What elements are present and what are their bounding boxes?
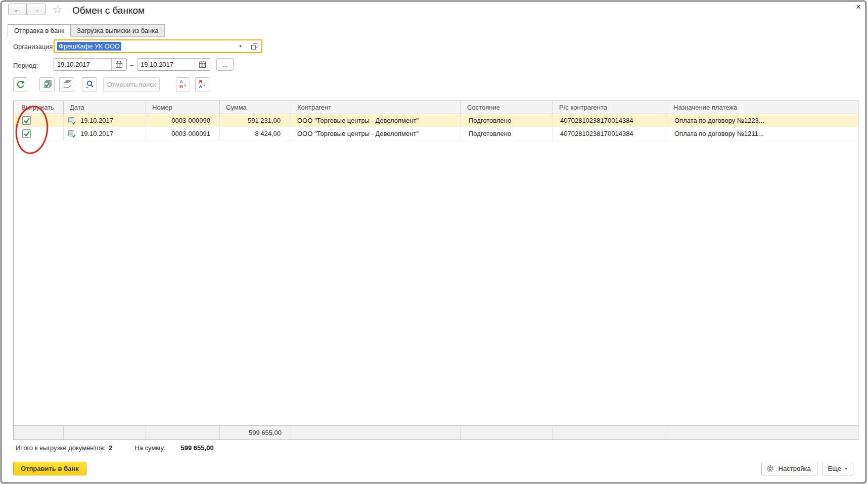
cell-counterparty: ООО "Торговые центры - Девелопмент" [291,127,461,140]
check-all-icon [42,79,53,89]
organization-value[interactable]: ФрешКафе УК ООО [55,40,234,52]
tab-send-to-bank[interactable]: Отправка в банк [8,24,71,37]
column-header-purpose[interactable]: Назначение платежа [667,101,858,114]
sort-descending-button[interactable]: Я А ↓ [195,77,209,91]
gear-icon [766,464,774,473]
cell-export [14,114,64,127]
footer-right-buttons: Настройка Еще ▼ [761,462,853,475]
cancel-search-button[interactable]: Отменить поиск [103,77,160,91]
organization-combobox[interactable]: ФрешКафе УК ООО ▼ [54,39,262,53]
summary-line: Итого к выгрузке документов: 2 На сумму:… [16,444,214,452]
cell-amount: 591 231,00 [220,114,291,127]
tab-bar: Отправка в банк Загрузка выписки из банк… [8,24,165,37]
table-row[interactable]: 19.10.2017 0003-000090 591 231,00 ООО "Т… [14,114,858,127]
uncheck-all-icon [62,79,72,89]
cell-counterparty: ООО "Торговые центры - Девелопмент" [291,114,461,127]
cell-date: 19.10.2017 [64,114,146,127]
organization-label: Организация: [13,43,55,51]
docs-total-label: Итого к выгрузке документов: [16,444,106,452]
checkmark-icon [23,117,30,124]
back-button[interactable]: ← [8,4,27,15]
period-from-value[interactable]: 19.10.2017 [54,59,111,70]
column-header-status[interactable]: Состояние [461,101,553,114]
period-more-button[interactable]: ... [216,58,234,71]
cell-account: 40702810238170014384 [553,114,667,127]
date-value: 19.10.2017 [80,130,113,137]
forward-button[interactable]: → [27,4,45,15]
cell-number: 0003-000090 [146,114,220,127]
cell-purpose: Оплата по договору №1223... [667,114,858,127]
period-to-value[interactable]: 19.10.2017 [138,59,195,70]
bank-exchange-window: ← → ☆ Обмен с банком × Отправка в банк З… [1,1,866,483]
cell-status: Подготовлено [461,114,553,127]
cell-status: Подготовлено [461,127,553,140]
period-dash: – [130,61,133,69]
tab-label: Загрузка выписки из банка [77,27,158,34]
checkmark-icon [23,130,30,137]
docs-total-count: 2 [109,444,112,452]
settings-label: Настройка [779,465,811,472]
row-checkbox-checked[interactable] [22,129,31,138]
sort-ascending-button[interactable]: А Я ↓ [176,77,190,91]
favorite-star-icon[interactable]: ☆ [53,3,63,16]
refresh-icon [16,80,25,89]
cell-purpose: Оплата по договору №1211... [667,127,858,140]
close-icon[interactable]: × [856,3,861,11]
sort-za-icon: Я А ↓ [199,80,206,89]
date-value: 19.10.2017 [80,117,113,124]
table-totals-row: 599 655,00 [14,425,858,440]
cell-number: 0003-000091 [146,127,220,140]
open-in-new-icon[interactable] [247,40,261,52]
column-header-export[interactable]: Выгружать [14,101,64,114]
calendar-icon[interactable] [111,59,126,70]
calendar-icon[interactable] [195,59,210,70]
document-icon [68,130,76,138]
amount-total-label: На сумму: [134,444,165,452]
list-toolbar: Отменить поиск А Я ↓ Я А ↓ [13,77,209,91]
table-header: Выгружать Дата Номер Сумма Контрагент Со… [14,101,858,114]
send-to-bank-button[interactable]: Отправить в банк [13,462,86,475]
column-header-date[interactable]: Дата [64,101,146,114]
set-all-flags-button[interactable] [39,77,55,91]
document-icon [68,117,76,125]
table-empty-area [14,140,858,425]
period-label: Период: [13,62,38,69]
column-header-number[interactable]: Номер [146,101,220,114]
chevron-down-icon[interactable]: ▼ [234,40,247,52]
table-row[interactable]: 19.10.2017 0003-000091 8 424,00 ООО "Тор… [14,127,858,140]
cell-export [14,127,64,140]
cell-account: 40702810238170014384 [553,127,667,140]
cell-amount: 8 424,00 [220,127,291,140]
more-label: Еще [828,465,841,472]
top-bar: ← → ☆ Обмен с банком × [2,2,865,22]
tab-label: Отправка в банк [14,27,64,34]
column-header-account[interactable]: Р/с контрагента [553,101,667,114]
forward-arrow-icon: → [32,5,40,14]
tab-load-statement[interactable]: Загрузка выписки из банка [71,24,165,37]
settings-button[interactable]: Настройка [761,462,817,475]
period-to-field[interactable]: 19.10.2017 [137,58,210,71]
nav-buttons: ← → [8,4,45,15]
back-arrow-icon: ← [14,5,21,14]
period-from-field[interactable]: 19.10.2017 [54,58,127,71]
documents-table: Выгружать Дата Номер Сумма Контрагент Со… [13,101,858,440]
column-header-amount[interactable]: Сумма [220,101,291,114]
chevron-down-icon: ▼ [844,467,848,470]
search-button[interactable] [82,77,97,91]
refresh-button[interactable] [13,77,27,91]
organization-selected-text: ФрешКафе УК ООО [57,42,121,51]
row-checkbox-checked[interactable] [22,116,31,125]
page-title: Обмен с банком [72,5,145,16]
amount-total-value: 599 655,00 [181,444,214,452]
more-button[interactable]: Еще ▼ [823,462,853,475]
clear-all-flags-button[interactable] [59,77,74,91]
total-amount-cell: 599 655,00 [220,426,291,440]
sort-az-icon: А Я ↓ [179,80,187,89]
cell-date: 19.10.2017 [64,127,146,140]
column-header-counterparty[interactable]: Контрагент [291,101,461,114]
search-icon [85,80,94,89]
